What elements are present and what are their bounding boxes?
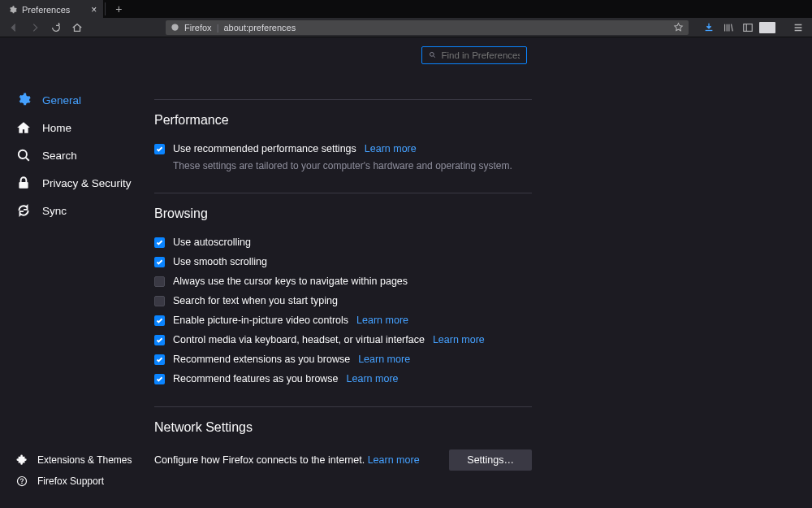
gear-icon: [8, 6, 17, 15]
learn-more-link[interactable]: Learn more: [356, 315, 408, 326]
learn-more-link[interactable]: Learn more: [433, 334, 485, 345]
performance-section: Performance Use recommended performance …: [154, 99, 532, 175]
sidebar-item-label: Firefox Support: [37, 475, 104, 487]
url-text: about:preferences: [223, 23, 296, 33]
learn-more-link[interactable]: Learn more: [358, 354, 410, 365]
sidebar-item-general[interactable]: General: [8, 86, 146, 114]
section-title: Performance: [154, 113, 532, 128]
checkbox[interactable]: [154, 237, 165, 248]
svg-point-0: [171, 24, 178, 30]
search-icon: [16, 148, 31, 163]
sidebar-bottom: Extensions & Themes Firefox Support: [8, 449, 146, 500]
browsing-option: Recommend features as you browseLearn mo…: [154, 369, 532, 389]
page: General Home Search Privacy & Security S: [0, 37, 812, 508]
sidebar-item-extensions[interactable]: Extensions & Themes: [8, 449, 146, 471]
color-swatch[interactable]: [758, 20, 776, 36]
tab-preferences[interactable]: Preferences ×: [0, 0, 103, 18]
divider: [105, 2, 106, 15]
checkbox[interactable]: [154, 335, 165, 345]
checkbox[interactable]: [154, 315, 165, 326]
browsing-option: Recommend extensions as you browseLearn …: [154, 350, 532, 369]
checkbox[interactable]: [154, 257, 165, 267]
learn-more-link[interactable]: Learn more: [365, 143, 417, 154]
forward-button[interactable]: [26, 20, 44, 36]
search-icon: [429, 51, 436, 60]
new-tab-button[interactable]: +: [107, 0, 130, 18]
section-title: Browsing: [154, 206, 532, 221]
sidebar-item-support[interactable]: Firefox Support: [8, 471, 146, 492]
checkbox-label: Use smooth scrolling: [173, 256, 267, 267]
helper-text: These settings are tailored to your comp…: [154, 158, 532, 175]
checkbox[interactable]: [154, 276, 165, 287]
section-title: Network Settings: [154, 420, 532, 435]
checkbox-label: Recommend features as you browse: [173, 373, 339, 384]
network-settings-button[interactable]: Settings…: [449, 449, 532, 471]
sidebar-toggle-icon[interactable]: [739, 20, 757, 36]
browsing-section: Browsing Use autoscrollingUse smooth scr…: [154, 193, 532, 389]
sidebar-item-sync[interactable]: Sync: [8, 197, 146, 224]
puzzle-icon: [16, 454, 28, 466]
checkbox-label: Search for text when you start typing: [173, 295, 338, 306]
sidebar-item-label: Search: [42, 150, 77, 162]
svg-point-5: [430, 52, 434, 56]
network-section: Network Settings Configure how Firefox c…: [154, 406, 532, 471]
sidebar-item-label: Home: [42, 122, 71, 134]
gear-icon: [16, 93, 31, 107]
checkbox-label: Use recommended performance settings: [173, 143, 356, 154]
learn-more-link[interactable]: Learn more: [347, 373, 399, 384]
checkbox-label: Enable picture-in-picture video controls: [173, 315, 348, 326]
find-in-preferences[interactable]: [421, 46, 527, 64]
bookmark-star-icon[interactable]: [673, 22, 684, 33]
checkbox-label: Use autoscrolling: [173, 237, 251, 248]
tab-bar: Preferences × +: [0, 0, 812, 18]
browsing-option: Use smooth scrolling: [154, 252, 532, 271]
sidebar-item-home[interactable]: Home: [8, 114, 146, 141]
checkbox-recommended-performance[interactable]: [154, 144, 165, 154]
url-brand: Firefox: [184, 23, 212, 33]
sidebar-item-label: Extensions & Themes: [37, 454, 132, 466]
home-icon: [16, 120, 31, 135]
firefox-logo-icon: [171, 23, 179, 32]
browsing-option: Search for text when you start typing: [154, 291, 532, 310]
close-icon[interactable]: ×: [91, 4, 97, 15]
checkbox[interactable]: [154, 354, 165, 365]
tab-label: Preferences: [22, 5, 70, 15]
preferences-sidebar: General Home Search Privacy & Security S: [0, 37, 146, 508]
toolbar-right: [700, 20, 807, 36]
url-bar[interactable]: Firefox | about:preferences: [166, 20, 689, 35]
learn-more-link[interactable]: Learn more: [368, 454, 420, 466]
hamburger-menu-icon[interactable]: [789, 20, 807, 36]
browsing-option: Control media via keyboard, headset, or …: [154, 330, 532, 350]
main-pane: Performance Use recommended performance …: [146, 37, 812, 508]
question-icon: [16, 475, 28, 487]
network-text: Configure how Firefox connects to the in…: [154, 454, 365, 466]
checkbox[interactable]: [154, 296, 165, 306]
download-icon[interactable]: [700, 20, 718, 36]
sidebar-item-search[interactable]: Search: [8, 141, 146, 169]
preferences-content: Performance Use recommended performance …: [154, 99, 532, 471]
checkbox[interactable]: [154, 374, 165, 384]
browsing-option: Enable picture-in-picture video controls…: [154, 310, 532, 330]
home-button[interactable]: [68, 20, 86, 36]
sidebar-item-privacy[interactable]: Privacy & Security: [8, 169, 146, 197]
sidebar-item-label: Privacy & Security: [42, 177, 132, 189]
sidebar-item-label: General: [42, 94, 81, 106]
url-separator: |: [217, 23, 219, 33]
svg-point-2: [19, 150, 27, 158]
library-icon[interactable]: [719, 20, 737, 36]
svg-rect-1: [744, 24, 753, 31]
back-button[interactable]: [5, 20, 23, 36]
reload-button[interactable]: [47, 20, 65, 36]
browsing-option: Use autoscrolling: [154, 232, 532, 252]
search-input[interactable]: [441, 50, 520, 60]
nav-bar: Firefox | about:preferences: [0, 18, 812, 37]
svg-rect-3: [19, 182, 28, 189]
checkbox-label: Control media via keyboard, headset, or …: [173, 334, 425, 345]
checkbox-label: Recommend extensions as you browse: [173, 354, 350, 365]
checkbox-label: Always use the cursor keys to navigate w…: [173, 276, 408, 287]
browsing-option: Always use the cursor keys to navigate w…: [154, 271, 532, 291]
sync-icon: [16, 203, 31, 218]
lock-icon: [16, 176, 31, 190]
sidebar-item-label: Sync: [42, 205, 67, 217]
